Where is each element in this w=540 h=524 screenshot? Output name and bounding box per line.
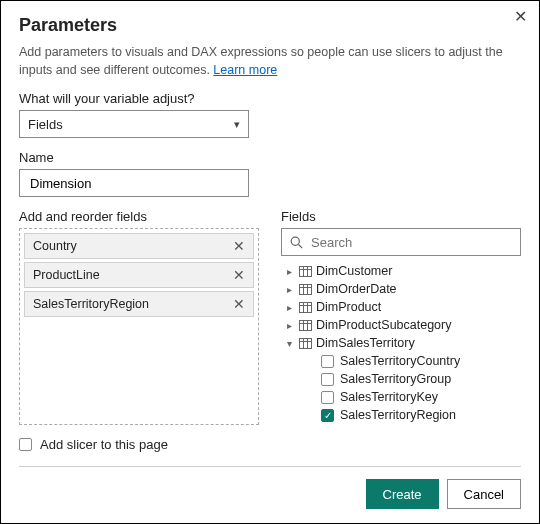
tree-table-label: DimCustomer bbox=[316, 264, 392, 278]
tree-field-label: SalesTerritoryKey bbox=[340, 390, 438, 404]
cancel-button[interactable]: Cancel bbox=[447, 479, 521, 509]
create-button[interactable]: Create bbox=[366, 479, 439, 509]
svg-rect-6 bbox=[300, 284, 312, 294]
dialog-description: Add parameters to visuals and DAX expres… bbox=[19, 44, 521, 79]
tree-table-row[interactable]: ▾DimSalesTerritory bbox=[283, 334, 521, 352]
chevron-down-icon: ▾ bbox=[234, 118, 240, 131]
parameters-dialog: ✕ Parameters Add parameters to visuals a… bbox=[0, 0, 540, 524]
reorder-box: Country✕ProductLine✕SalesTerritoryRegion… bbox=[19, 228, 259, 425]
search-input[interactable] bbox=[309, 234, 512, 251]
chevron-right-icon[interactable]: ▸ bbox=[283, 266, 295, 277]
tree-table-row[interactable]: ▸DimProductSubcategory bbox=[283, 316, 521, 334]
dialog-footer: Create Cancel bbox=[19, 466, 521, 509]
table-icon bbox=[299, 266, 312, 277]
tree-table-row[interactable]: ▸DimCustomer bbox=[283, 262, 521, 280]
name-label: Name bbox=[19, 150, 521, 165]
tree-field-label: SalesTerritoryGroup bbox=[340, 372, 451, 386]
tree-table-label: DimSalesTerritory bbox=[316, 336, 415, 350]
field-checkbox[interactable] bbox=[321, 391, 334, 404]
tree-table-row[interactable]: ▸FactInternetSales bbox=[283, 424, 521, 425]
variable-value: Fields bbox=[28, 117, 63, 132]
add-slicer-checkbox[interactable] bbox=[19, 438, 32, 451]
chevron-right-icon[interactable]: ▸ bbox=[283, 320, 295, 331]
chevron-down-icon[interactable]: ▾ bbox=[283, 338, 295, 349]
tree-field-row[interactable]: SalesTerritoryCountry bbox=[283, 352, 521, 370]
svg-rect-18 bbox=[300, 338, 312, 348]
reorder-item-label: SalesTerritoryRegion bbox=[33, 297, 149, 311]
reorder-item[interactable]: SalesTerritoryRegion✕ bbox=[24, 291, 254, 317]
chevron-right-icon[interactable]: ▸ bbox=[283, 284, 295, 295]
tree-table-row[interactable]: ▸DimOrderDate bbox=[283, 280, 521, 298]
tree-table-label: DimProductSubcategory bbox=[316, 318, 451, 332]
field-checkbox[interactable] bbox=[321, 373, 334, 386]
tree-table-label: DimOrderDate bbox=[316, 282, 397, 296]
table-icon bbox=[299, 338, 312, 349]
remove-icon[interactable]: ✕ bbox=[233, 268, 245, 282]
tree-field-row[interactable]: SalesTerritoryGroup bbox=[283, 370, 521, 388]
tree-field-row[interactable]: SalesTerritoryKey bbox=[283, 388, 521, 406]
fields-tree: ▸DimCustomer▸DimOrderDate▸DimProduct▸Dim… bbox=[281, 262, 521, 425]
svg-point-0 bbox=[291, 237, 299, 245]
svg-line-1 bbox=[299, 244, 303, 248]
tree-field-row[interactable]: ✓SalesTerritoryRegion bbox=[283, 406, 521, 424]
close-icon[interactable]: ✕ bbox=[514, 9, 527, 25]
chevron-right-icon[interactable]: ▸ bbox=[283, 302, 295, 313]
fields-label: Fields bbox=[281, 209, 521, 224]
name-input[interactable] bbox=[28, 175, 240, 192]
add-slicer-label: Add slicer to this page bbox=[40, 437, 168, 452]
table-icon bbox=[299, 302, 312, 313]
svg-rect-2 bbox=[300, 266, 312, 276]
table-icon bbox=[299, 320, 312, 331]
field-checkbox[interactable]: ✓ bbox=[321, 409, 334, 422]
variable-select[interactable]: Fields ▾ bbox=[19, 110, 249, 138]
name-input-wrap bbox=[19, 169, 249, 197]
tree-table-row[interactable]: ▸DimProduct bbox=[283, 298, 521, 316]
reorder-item[interactable]: ProductLine✕ bbox=[24, 262, 254, 288]
field-checkbox[interactable] bbox=[321, 355, 334, 368]
remove-icon[interactable]: ✕ bbox=[233, 297, 245, 311]
dialog-title: Parameters bbox=[19, 15, 521, 36]
tree-field-label: SalesTerritoryCountry bbox=[340, 354, 460, 368]
fields-search[interactable] bbox=[281, 228, 521, 256]
reorder-item-label: ProductLine bbox=[33, 268, 100, 282]
remove-icon[interactable]: ✕ bbox=[233, 239, 245, 253]
learn-more-link[interactable]: Learn more bbox=[213, 63, 277, 77]
table-icon bbox=[299, 284, 312, 295]
reorder-item-label: Country bbox=[33, 239, 77, 253]
svg-rect-10 bbox=[300, 302, 312, 312]
variable-label: What will your variable adjust? bbox=[19, 91, 521, 106]
search-icon bbox=[290, 236, 303, 249]
reorder-item[interactable]: Country✕ bbox=[24, 233, 254, 259]
svg-rect-14 bbox=[300, 320, 312, 330]
reorder-label: Add and reorder fields bbox=[19, 209, 259, 224]
tree-table-label: DimProduct bbox=[316, 300, 381, 314]
tree-field-label: SalesTerritoryRegion bbox=[340, 408, 456, 422]
